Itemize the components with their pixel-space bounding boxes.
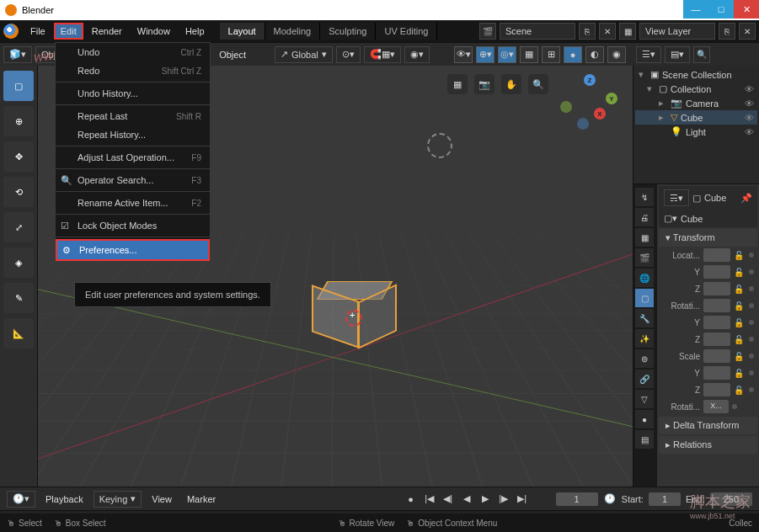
rot-z-field[interactable] xyxy=(703,332,730,346)
view-zoom-icon[interactable]: 🔍 xyxy=(528,74,548,94)
scene-delete-button[interactable]: ✕ xyxy=(599,23,616,40)
menu-render[interactable]: Render xyxy=(85,23,129,40)
ptab-particles[interactable]: ✨ xyxy=(635,329,654,348)
rotation-mode-dropdown[interactable]: X... xyxy=(703,400,729,413)
snap-dropdown[interactable]: 🧲▦▾ xyxy=(364,46,401,63)
lock-icon[interactable]: 🔓 xyxy=(734,251,746,260)
scene-name-field[interactable]: Scene xyxy=(500,23,575,40)
gizmo-x-icon[interactable]: X xyxy=(594,108,606,120)
timeline-playback[interactable]: Playback xyxy=(40,492,88,506)
rot-y-field[interactable] xyxy=(703,316,730,329)
viewlayer-field[interactable]: View Layer xyxy=(639,23,715,40)
layer-new-button[interactable]: ⎘ xyxy=(719,23,735,40)
lock-icon[interactable]: 🔓 xyxy=(734,268,746,277)
loc-z-field[interactable] xyxy=(703,282,730,295)
play-reverse-button[interactable]: ◀ xyxy=(460,492,473,506)
tool-cursor[interactable]: ⊕ xyxy=(3,106,34,136)
gizmo-y-icon[interactable]: Y xyxy=(606,93,617,104)
tab-layout[interactable]: Layout xyxy=(220,23,265,40)
blender-logo-icon[interactable] xyxy=(3,24,19,39)
menu-lock-modes[interactable]: ☑Lock Object Modes xyxy=(56,216,210,235)
view-pan-icon[interactable]: ✋ xyxy=(501,74,521,94)
lock-icon[interactable]: 🔓 xyxy=(734,285,746,294)
scale-x-field[interactable] xyxy=(703,349,730,363)
shading-solid[interactable]: ● xyxy=(564,46,582,63)
ptab-texture[interactable]: ▤ xyxy=(635,430,654,449)
minimize-button[interactable]: — xyxy=(683,0,708,19)
timeline-keying[interactable]: Keying ▾ xyxy=(94,491,142,508)
lock-icon[interactable]: 🔓 xyxy=(734,301,746,311)
lock-icon[interactable]: 🔓 xyxy=(734,318,746,327)
outliner-filter-dropdown[interactable]: ▤▾ xyxy=(665,46,690,63)
eye-icon[interactable]: 👁 xyxy=(745,113,754,123)
navigation-gizmo[interactable]: Z Y X xyxy=(560,74,619,133)
tab-uvediting[interactable]: UV Editing xyxy=(376,23,437,40)
layer-delete-button[interactable]: ✕ xyxy=(739,23,756,40)
tool-rotate[interactable]: ⟲ xyxy=(3,177,34,207)
delta-panel-header[interactable]: ▸ Delta Transform xyxy=(659,417,757,434)
menu-window[interactable]: Window xyxy=(131,23,177,40)
ptab-render[interactable]: ↯ xyxy=(635,188,654,206)
menu-repeat-last[interactable]: Repeat LastShift R xyxy=(56,107,210,125)
relations-panel-header[interactable]: ▸ Relations xyxy=(659,436,757,454)
pivot-dropdown[interactable]: ⊙▾ xyxy=(336,46,361,63)
outliner-light[interactable]: 💡 Light 👁 xyxy=(635,125,757,139)
overlay-toggle[interactable]: ◎▾ xyxy=(498,46,516,63)
rot-x-field[interactable] xyxy=(703,299,730,312)
play-button[interactable]: ▶ xyxy=(478,492,492,506)
scene-new-button[interactable]: ⎘ xyxy=(579,23,596,40)
menu-undo[interactable]: UndoCtrl Z xyxy=(56,43,210,61)
proportional-dropdown[interactable]: ◉▾ xyxy=(404,46,430,63)
tool-transform[interactable]: ◈ xyxy=(3,247,34,278)
layer-browse-icon[interactable]: ▦ xyxy=(619,23,636,40)
pin-icon[interactable]: 📌 xyxy=(740,193,752,204)
outliner-scene-collection[interactable]: ▾▣ Scene Collection xyxy=(635,67,757,82)
ptab-object[interactable]: ▢ xyxy=(635,289,654,307)
search-icon[interactable]: 🔍 xyxy=(693,46,710,63)
tab-modeling[interactable]: Modeling xyxy=(265,23,321,40)
object-name-field[interactable]: ▢▾ Cube xyxy=(659,210,757,227)
ptab-viewlayer[interactable]: ▦ xyxy=(635,228,654,247)
jump-prev-button[interactable]: ◀| xyxy=(441,492,455,506)
gizmo-z-icon[interactable]: Z xyxy=(584,74,596,86)
tool-scale[interactable]: ⤢ xyxy=(3,212,34,242)
jump-next-button[interactable]: |▶ xyxy=(497,492,510,506)
shading-wireframe[interactable]: ⊞ xyxy=(542,46,560,63)
eye-icon[interactable]: 👁 xyxy=(745,98,754,109)
tool-measure[interactable]: 📐 xyxy=(3,318,34,348)
start-frame-field[interactable]: 1 xyxy=(649,492,681,506)
scale-z-field[interactable] xyxy=(703,383,730,396)
ptab-data[interactable]: ▽ xyxy=(635,390,654,408)
timeline-editor-dropdown[interactable]: 🕐▾ xyxy=(7,491,35,508)
gizmo-neg-z[interactable] xyxy=(577,118,589,130)
props-editor-type[interactable]: ☴▾ xyxy=(664,189,689,206)
visibility-dropdown[interactable]: 👁▾ xyxy=(454,46,473,63)
menu-undo-history[interactable]: Undo History... xyxy=(56,84,210,103)
menu-help[interactable]: Help xyxy=(179,23,211,40)
gizmo-toggle[interactable]: ⊕▾ xyxy=(476,46,494,63)
scale-y-field[interactable] xyxy=(703,366,730,380)
lock-icon[interactable]: 🔓 xyxy=(734,386,746,395)
menu-object[interactable]: Object xyxy=(214,48,251,61)
menu-rename-item[interactable]: Rename Active Item...F2 xyxy=(56,194,210,212)
menu-preferences[interactable]: ⚙Preferences... xyxy=(57,241,208,259)
autokey-toggle[interactable]: ● xyxy=(404,492,418,506)
jump-end-button[interactable]: ▶| xyxy=(516,492,529,506)
timeline-marker[interactable]: Marker xyxy=(182,492,221,506)
outliner-display-dropdown[interactable]: ☰▾ xyxy=(636,46,661,63)
view-camera2-icon[interactable]: 📷 xyxy=(474,74,494,94)
shading-rendered[interactable]: ◉ xyxy=(607,46,626,63)
ptab-scene[interactable]: 🎬 xyxy=(635,248,654,267)
tool-annotate[interactable]: ✎ xyxy=(3,283,34,313)
current-frame-field[interactable]: 1 xyxy=(556,492,598,506)
ptab-constraints[interactable]: 🔗 xyxy=(635,370,654,388)
orientation-dropdown[interactable]: ↗ Global ▾ xyxy=(275,46,333,63)
lock-icon[interactable]: 🔓 xyxy=(734,335,746,344)
shading-material[interactable]: ◐ xyxy=(585,46,604,63)
loc-y-field[interactable] xyxy=(703,265,730,279)
outliner-camera[interactable]: ▸📷 Camera 👁 xyxy=(635,96,757,110)
outliner-cube[interactable]: ▸▽ Cube 👁 xyxy=(635,110,757,125)
eye-icon[interactable]: 👁 xyxy=(745,84,754,94)
xray-toggle[interactable]: ▦ xyxy=(520,46,538,63)
timeline-view[interactable]: View xyxy=(147,492,177,506)
